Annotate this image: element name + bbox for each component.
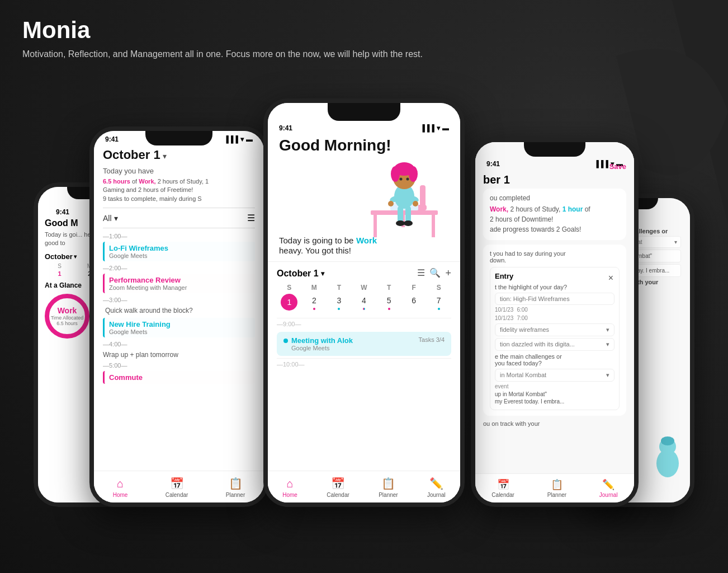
- cal-header: October 1 ▾ ☰ 🔍 +: [277, 267, 451, 279]
- fidelity-chevron: ▾: [606, 326, 609, 334]
- wd-f: F: [401, 284, 427, 292]
- left-event1: Lo-Fi Wireframes Google Meets: [103, 242, 255, 261]
- right-nav-calendar-label: Calendar: [491, 492, 514, 498]
- svg-rect-2: [432, 215, 435, 237]
- center-bottom-nav: ⌂ Home 📅 Calendar 📋 Planner ✏️ Journal: [268, 471, 460, 502]
- page-content: Monia Motivation, Reflection, and Manage…: [0, 0, 728, 524]
- meeting-dot: [283, 339, 288, 343]
- right-journal-header: t you had to say during your down.: [490, 250, 620, 264]
- work-msg-post: heavy. You got this!: [279, 246, 351, 255]
- home-icon-left: ⌂: [117, 477, 124, 490]
- left-divider1: [103, 208, 255, 208]
- hero-illustration: [268, 143, 460, 244]
- wd-s1: S: [277, 284, 302, 292]
- right-highlight-q: t the highlight of your day?: [495, 284, 614, 290]
- right-challenges-q: e the main challenges or you faced today…: [495, 353, 614, 367]
- left-event2-sub: Zoom Meeting with Manager: [109, 284, 250, 291]
- left-nav-planner[interactable]: 📋 Planner: [226, 477, 245, 498]
- right-save-button[interactable]: Save: [609, 170, 626, 171]
- kombat-chevron: ▾: [606, 372, 609, 379]
- left-nav-home[interactable]: ⌂ Home: [113, 477, 128, 498]
- center-nav-home[interactable]: ⌂ Home: [282, 477, 297, 498]
- meeting-name: Meeting with Alok: [291, 336, 419, 345]
- fl-day-s: S: [45, 263, 74, 269]
- right-input1[interactable]: tion: High-Fid Wireframes: [495, 293, 614, 305]
- work-msg-pre: Today is going to be: [279, 236, 353, 245]
- filter-options-icon[interactable]: ☰: [247, 213, 255, 223]
- left-walk-text: Quick walk around the block?: [103, 307, 255, 314]
- right-date2: 10/1/23: [495, 315, 513, 321]
- cal-date-2[interactable]: 2: [302, 294, 327, 313]
- svg-point-21: [404, 220, 413, 226]
- center-calendar-section: October 1 ▾ ☰ 🔍 + S M T: [268, 261, 460, 375]
- right-completed: ou completed: [490, 194, 620, 202]
- left-date-chevron: ▾: [163, 152, 167, 161]
- dot-1: [288, 311, 290, 313]
- cal-date-4[interactable]: 4: [352, 294, 377, 313]
- center-nav-calendar-label: Calendar: [327, 492, 349, 498]
- center-nav-home-label: Home: [282, 492, 297, 498]
- calendar-icon-center: 📅: [331, 477, 345, 490]
- right-nav-planner[interactable]: 📋 Planner: [547, 478, 566, 498]
- center-nav-journal[interactable]: ✏️ Journal: [427, 477, 446, 498]
- filter-chevron: ▾: [114, 214, 118, 223]
- left-time4: —4:00—: [103, 341, 255, 347]
- teal-person-decoration: [651, 435, 684, 480]
- left-time3: —3:00—: [103, 297, 255, 303]
- calendar-icon-right: 📅: [497, 478, 509, 491]
- right-kombat-dropdown[interactable]: in Mortal Kombat ▾: [495, 369, 614, 382]
- left-time5: —5:00—: [103, 362, 255, 369]
- battery-icon-left: ▬: [246, 135, 253, 143]
- notch-right: [524, 142, 585, 157]
- cal-dates: 1 2 3 4: [277, 294, 451, 313]
- left-gaming: Gaming and 2 hours of Freetime!: [103, 186, 193, 193]
- right-close-button[interactable]: ×: [608, 273, 613, 283]
- time-left: 9:41: [105, 135, 119, 143]
- center-nav-planner[interactable]: 📋 Planner: [379, 477, 398, 498]
- right-summary-card: ou completed Work, 2 hours of Study, 1 h…: [483, 189, 626, 240]
- wd-w: W: [352, 284, 377, 292]
- left-nav-planner-label: Planner: [226, 492, 245, 498]
- left-tasks: 9 tasks to complete, mainly during S: [103, 195, 202, 202]
- right-dazzled[interactable]: tion dazzled with its digita... ▾: [495, 338, 614, 351]
- right-nav-calendar[interactable]: 📅 Calendar: [491, 478, 514, 498]
- left-nav-home-label: Home: [113, 492, 128, 498]
- app-subtitle: Motivation, Reflection, and Management a…: [22, 49, 706, 59]
- right-time1: 6:00: [517, 307, 527, 313]
- search-icon-cal[interactable]: 🔍: [429, 267, 441, 279]
- center-time-slot1: —9:00—: [277, 318, 451, 330]
- calendar-icon-left: 📅: [170, 477, 184, 490]
- phone-center: 9:41 ▐▐▐ ▾ ▬ Good Morning!: [263, 98, 465, 507]
- left-nav-calendar-label: Calendar: [166, 492, 188, 498]
- right-fidelity[interactable]: fidelity wireframes ▾: [495, 323, 614, 336]
- right-date: ber 1: [483, 173, 626, 186]
- right-entry-card: Entry × t the highlight of your day? tio…: [490, 267, 620, 410]
- cal-date-3[interactable]: 3: [327, 294, 352, 313]
- wd-t2: T: [376, 284, 401, 292]
- left-filter-label[interactable]: All ▾: [103, 214, 118, 223]
- cal-date-7[interactable]: 7: [426, 294, 451, 313]
- wd-m: M: [302, 284, 327, 292]
- left-event4: Commute: [103, 371, 255, 384]
- right-nav-journal[interactable]: ✏️ Journal: [599, 478, 618, 498]
- center-meeting-card[interactable]: Meeting with Alok Google Meets Tasks 3/4: [277, 332, 451, 356]
- left-nav-calendar[interactable]: 📅 Calendar: [166, 477, 188, 498]
- meeting-info: Meeting with Alok Google Meets: [291, 336, 419, 351]
- journal-icon-right: ✏️: [602, 478, 614, 491]
- dot-2: [313, 308, 315, 310]
- center-nav-calendar[interactable]: 📅 Calendar: [327, 477, 349, 498]
- left-study: 2 hours of Study, 1: [158, 178, 209, 185]
- cal-date-1[interactable]: 1: [277, 294, 302, 313]
- left-event3: New Hire Training Google Meets: [103, 318, 255, 337]
- work-word: Work: [356, 236, 377, 245]
- left-divider2: [103, 228, 255, 228]
- left-stats: 6.5 hours of Work, 2 hours of Study, 1 G…: [103, 177, 255, 203]
- filter-icon-cal[interactable]: ☰: [417, 267, 425, 279]
- cal-date-5[interactable]: 5: [376, 294, 401, 313]
- center-status-icons: ▐▐▐ ▾ ▬: [420, 124, 449, 132]
- cal-date-6[interactable]: 6: [401, 294, 427, 313]
- center-nav-planner-label: Planner: [379, 492, 398, 498]
- center-time-slot2: —10:00—: [277, 358, 451, 370]
- phone-left: 9:41 ▐▐▐ ▾ ▬ October 1 ▾ Today you have …: [89, 126, 268, 507]
- add-icon-cal[interactable]: +: [445, 267, 451, 279]
